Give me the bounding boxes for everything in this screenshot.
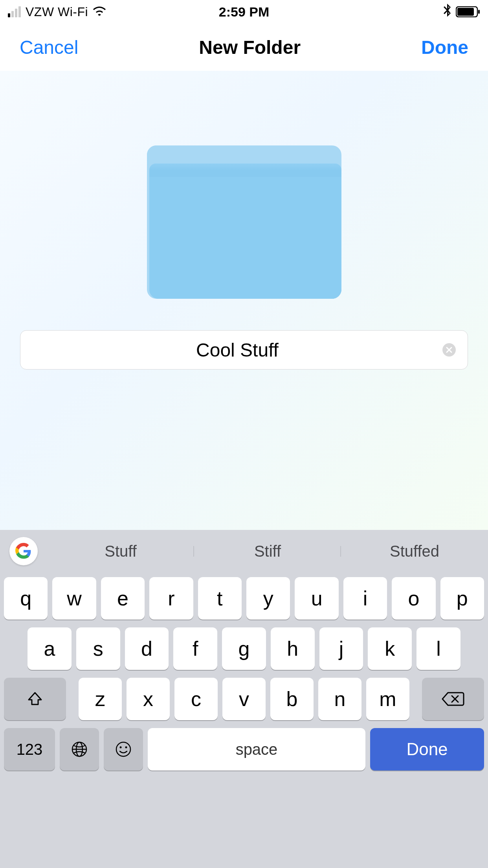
key-r[interactable]: r — [149, 577, 193, 620]
backspace-key[interactable] — [422, 678, 484, 720]
key-e[interactable]: e — [101, 577, 145, 620]
suggestion-0[interactable]: Stuff — [47, 542, 194, 560]
svg-rect-2 — [478, 10, 480, 14]
key-g[interactable]: g — [222, 627, 266, 670]
key-w[interactable]: w — [52, 577, 96, 620]
key-s[interactable]: s — [76, 627, 120, 670]
carrier-label: VZW Wi-Fi — [26, 5, 88, 19]
key-u[interactable]: u — [295, 577, 338, 620]
emoji-key[interactable] — [104, 728, 143, 771]
key-k[interactable]: k — [368, 627, 412, 670]
key-o[interactable]: o — [392, 577, 435, 620]
space-key[interactable]: space — [148, 728, 365, 771]
key-b[interactable]: b — [270, 678, 314, 720]
keyboard-done-key[interactable]: Done — [370, 728, 484, 771]
shift-key[interactable] — [4, 678, 66, 720]
key-d[interactable]: d — [125, 627, 169, 670]
bluetooth-icon — [443, 4, 451, 20]
svg-rect-1 — [457, 8, 474, 16]
svg-point-8 — [125, 747, 127, 748]
google-search-button[interactable] — [9, 537, 38, 565]
suggestion-2[interactable]: Stuffed — [341, 542, 488, 560]
content-area — [0, 71, 488, 530]
page-title: New Folder — [199, 37, 301, 58]
svg-point-7 — [120, 747, 122, 748]
numeric-key[interactable]: 123 — [4, 728, 55, 771]
key-f[interactable]: f — [173, 627, 217, 670]
keyboard: StuffStiffStuffed qwertyuiop asdfghjkl z… — [0, 530, 488, 868]
status-bar: VZW Wi-Fi 2:59 PM — [0, 0, 488, 24]
nav-bar: Cancel New Folder Done — [0, 24, 488, 71]
battery-icon — [456, 6, 480, 17]
clear-input-button[interactable] — [442, 343, 456, 357]
key-a[interactable]: a — [28, 627, 72, 670]
key-x[interactable]: x — [127, 678, 170, 720]
key-n[interactable]: n — [318, 678, 361, 720]
folder-name-input[interactable] — [32, 339, 442, 361]
key-z[interactable]: z — [79, 678, 122, 720]
wifi-icon — [93, 5, 106, 18]
key-i[interactable]: i — [343, 577, 387, 620]
suggestion-1[interactable]: Stiff — [194, 542, 341, 560]
key-t[interactable]: t — [198, 577, 242, 620]
key-l[interactable]: l — [416, 627, 460, 670]
key-m[interactable]: m — [366, 678, 409, 720]
status-time: 2:59 PM — [219, 4, 270, 20]
key-q[interactable]: q — [4, 577, 48, 620]
cancel-button[interactable]: Cancel — [20, 37, 78, 58]
key-c[interactable]: c — [174, 678, 218, 720]
folder-icon — [147, 145, 341, 299]
cellular-signal-icon — [8, 6, 21, 17]
svg-point-6 — [116, 742, 130, 756]
folder-name-field[interactable] — [20, 330, 468, 370]
globe-key[interactable] — [60, 728, 99, 771]
key-y[interactable]: y — [246, 577, 290, 620]
key-v[interactable]: v — [222, 678, 266, 720]
done-button[interactable]: Done — [421, 37, 468, 58]
key-j[interactable]: j — [319, 627, 363, 670]
key-h[interactable]: h — [271, 627, 315, 670]
key-p[interactable]: p — [440, 577, 484, 620]
